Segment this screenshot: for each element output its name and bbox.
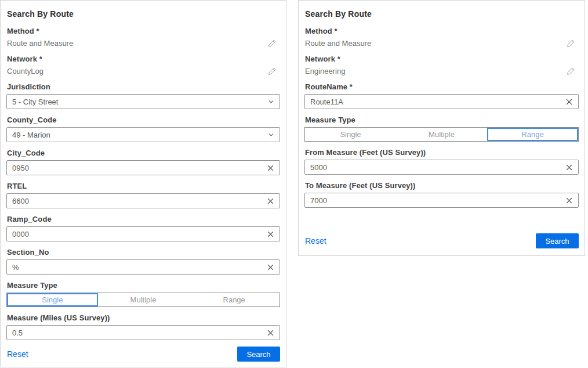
measure-type-option-single[interactable]: Single: [7, 293, 98, 306]
panel-title: Search By Route: [7, 9, 280, 19]
section-no-field: Section_No: [6, 248, 280, 275]
from-measure-input[interactable]: [310, 163, 565, 172]
jurisdiction-field: Jurisdiction5 - City Street: [6, 82, 280, 109]
to-measure-input-box: [304, 193, 579, 208]
from-measure-label: From Measure (Feet (US Survey)): [305, 148, 579, 157]
section-no-label: Section_No: [7, 248, 280, 257]
measure-type-label: Measure Type: [7, 281, 280, 290]
city-code-label: City_Code: [7, 149, 280, 157]
measure-input[interactable]: [12, 329, 267, 337]
network-label: Network *: [7, 55, 280, 63]
section-no-input[interactable]: [12, 263, 267, 272]
clear-icon[interactable]: [267, 264, 274, 271]
search-by-route-panel-1: Search By RouteMethod *Route and Measure…: [0, 0, 286, 367]
to-measure-label: To Measure (Feet (US Survey)): [305, 181, 579, 190]
search-button[interactable]: Search: [237, 347, 280, 362]
pencil-icon[interactable]: [268, 39, 277, 48]
to-measure-input[interactable]: [310, 196, 565, 205]
measure-field: Measure (Miles (US Survey)): [6, 313, 280, 340]
measure-type-segmented-control: SingleMultipleRange: [6, 293, 280, 307]
search-button[interactable]: Search: [536, 233, 579, 248]
network-value: CountyLog: [7, 66, 43, 76]
ramp-code-field: Ramp_Code: [6, 215, 280, 241]
method-readonly-row: Route and Measure: [6, 38, 280, 48]
pencil-icon[interactable]: [567, 67, 575, 75]
pencil-icon[interactable]: [567, 39, 575, 48]
measure-type-segmented-control: SingleMultipleRange: [304, 127, 579, 142]
routename-input[interactable]: [310, 98, 565, 106]
city-code-field: City_Code: [6, 149, 280, 175]
clear-icon[interactable]: [565, 98, 573, 106]
panel-footer: ResetSearch: [304, 233, 579, 248]
measure-type-option-range[interactable]: Range: [188, 293, 280, 306]
measure-type-field: Measure TypeSingleMultipleRange: [304, 116, 579, 142]
jurisdiction-selected-value: 5 - City Street: [12, 98, 58, 106]
network-field: Network *CountyLog: [6, 55, 280, 76]
method-field: Method *Route and Measure: [304, 27, 579, 48]
pencil-icon[interactable]: [268, 67, 277, 75]
chevron-down-icon: [268, 99, 274, 105]
ramp-code-label: Ramp_Code: [7, 215, 280, 223]
county-code-select[interactable]: 49 - Marion: [6, 127, 280, 142]
jurisdiction-label: Jurisdiction: [7, 82, 280, 91]
rtel-input-box: [6, 193, 280, 208]
network-value: Engineering: [305, 66, 345, 76]
to-measure-field: To Measure (Feet (US Survey)): [304, 181, 579, 208]
method-value: Route and Measure: [305, 38, 371, 48]
reset-link[interactable]: Reset: [305, 236, 326, 246]
section-no-input-box: [6, 259, 280, 275]
method-readonly-row: Route and Measure: [304, 38, 579, 48]
method-field: Method *Route and Measure: [6, 27, 280, 48]
clear-icon[interactable]: [267, 329, 274, 337]
county-code-field: County_Code49 - Marion: [6, 116, 280, 142]
rtel-field: RTEL: [6, 182, 280, 208]
rtel-label: RTEL: [7, 182, 280, 190]
measure-type-label: Measure Type: [305, 116, 579, 124]
clear-icon[interactable]: [267, 164, 274, 172]
city-code-input[interactable]: [12, 164, 267, 172]
measure-type-field: Measure TypeSingleMultipleRange: [6, 281, 280, 307]
routename-input-box: [304, 94, 579, 109]
panel-footer: ResetSearch: [6, 347, 280, 362]
jurisdiction-select[interactable]: 5 - City Street: [6, 94, 280, 109]
method-label: Method *: [7, 27, 280, 35]
measure-type-option-range[interactable]: Range: [487, 128, 578, 141]
city-code-input-box: [6, 160, 280, 175]
measure-type-option-multiple[interactable]: Multiple: [98, 293, 189, 306]
search-by-route-panel-2: Search By RouteMethod *Route and Measure…: [298, 0, 585, 256]
method-label: Method *: [305, 27, 579, 35]
panel-title: Search By Route: [305, 9, 579, 19]
clear-icon[interactable]: [565, 197, 573, 204]
from-measure-input-box: [304, 160, 579, 175]
clear-icon[interactable]: [565, 164, 573, 171]
measure-label: Measure (Miles (US Survey)): [7, 313, 280, 322]
chevron-down-icon: [268, 132, 274, 138]
network-label: Network *: [305, 55, 579, 63]
measure-type-option-single[interactable]: Single: [305, 128, 396, 141]
network-readonly-row: CountyLog: [6, 66, 280, 76]
clear-icon[interactable]: [267, 230, 274, 238]
method-value: Route and Measure: [7, 38, 73, 48]
network-readonly-row: Engineering: [304, 66, 579, 76]
measure-type-option-multiple[interactable]: Multiple: [396, 128, 487, 141]
routename-field: RouteName *: [304, 82, 579, 109]
ramp-code-input[interactable]: [12, 230, 267, 239]
reset-link[interactable]: Reset: [7, 349, 28, 359]
ramp-code-input-box: [6, 226, 280, 241]
network-field: Network *Engineering: [304, 55, 579, 76]
from-measure-field: From Measure (Feet (US Survey)): [304, 148, 579, 175]
county-code-selected-value: 49 - Marion: [12, 131, 50, 139]
rtel-input[interactable]: [12, 197, 267, 205]
clear-icon[interactable]: [267, 197, 274, 205]
routename-label: RouteName *: [305, 82, 579, 91]
measure-input-box: [6, 325, 280, 340]
county-code-label: County_Code: [7, 116, 280, 124]
